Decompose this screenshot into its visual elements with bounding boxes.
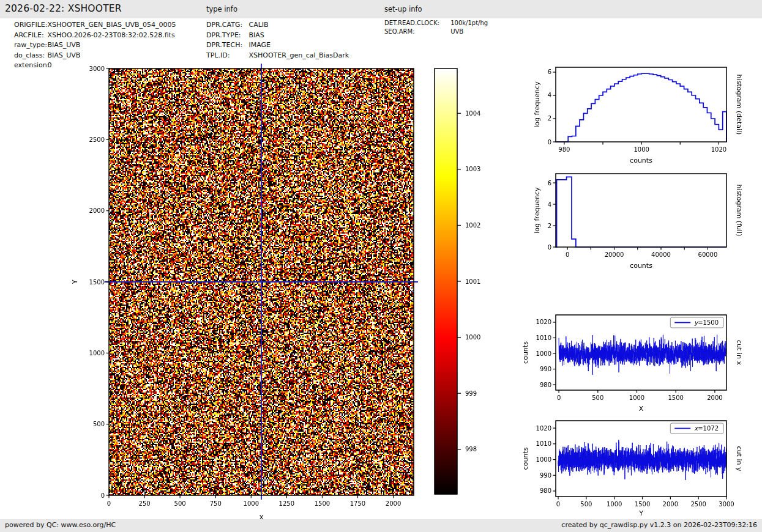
dprtech-label: DPR.TECH: [206,40,247,51]
field-row-rawtype: raw_type: BIAS_UVB [14,40,176,51]
footer-bar: powered by QC: www.eso.org/HC created by… [0,519,762,532]
setup-info-heading: set-up info [384,5,422,13]
arcfile-label: ARCFILE: [14,31,45,41]
field-row-origfile: ORIGFILE: XSHOOTER_GEN_BIAS_UVB_054_0005 [14,20,176,31]
dprtech-value: IMAGE [249,41,271,49]
field-row-readclock: DET.READ.CLOCK: 100k/1pt/hg [384,19,488,28]
origfile-value: XSHOOTER_GEN_BIAS_UVB_054_0005 [48,21,176,29]
extension-value: 0 [48,61,52,69]
qc-report-page: 2026-02-22: XSHOOTER type info set-up in… [0,0,762,532]
rawtype-label: raw_type: [14,40,45,51]
seqarm-value: UVB [450,28,463,35]
field-row-seqarm: SEQ.ARM: UVB [384,28,488,36]
field-row-dprcatg: DPR.CATG: CALIB [206,20,349,31]
dprcatg-value: CALIB [249,21,269,29]
readclock-label: DET.READ.CLOCK: [384,19,449,28]
field-row-dprtype: DPR.TYPE: BIAS [206,31,349,41]
rawtype-value: BIAS_UVB [48,41,81,49]
field-row-arcfile: ARCFILE: XSHOO.2026-02-23T08:32:02.528.f… [14,31,176,41]
cut-in-x-plot [514,309,762,418]
type-info-block: DPR.CATG: CALIB DPR.TYPE: BIAS DPR.TECH:… [206,20,349,61]
setup-info-block: DET.READ.CLOCK: 100k/1pt/hg SEQ.ARM: UVB [384,19,488,35]
colorbar [431,58,493,523]
extension-label: extension: [14,61,45,71]
readclock-value: 100k/1pt/hg [450,20,488,26]
cut-in-y-plot [514,415,762,520]
bias-image-plot [67,58,435,523]
origfile-label: ORIGFILE: [14,20,45,31]
field-row-dprtech: DPR.TECH: IMAGE [206,40,349,51]
footer-created-by: created by qc_rawdisp.py v1.2.3 on 2026-… [561,521,757,529]
histogram-full-plot [514,170,762,275]
dprtype-value: BIAS [249,31,264,39]
footer-powered-by: powered by QC: www.eso.org/HC [5,521,116,529]
title-bar: 2026-02-22: XSHOOTER type info set-up in… [0,0,762,18]
dprtype-label: DPR.TYPE: [206,31,247,41]
doclass-label: do_class: [14,51,45,61]
arcfile-value: XSHOO.2026-02-23T08:32:02.528.fits [48,31,175,39]
seqarm-label: SEQ.ARM: [384,28,449,36]
type-info-heading: type info [206,5,237,13]
histogram-detail-plot [514,58,762,171]
dprcatg-label: DPR.CATG: [206,20,247,31]
page-title: 2026-02-22: XSHOOTER [5,3,122,14]
